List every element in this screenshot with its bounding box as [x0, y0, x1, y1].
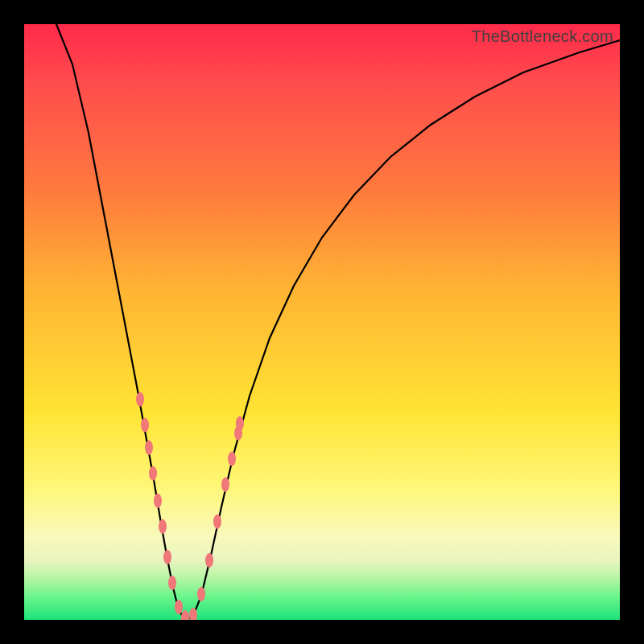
marker-point — [159, 519, 167, 534]
bottleneck-curve — [56, 24, 620, 620]
marker-point — [221, 477, 229, 492]
marker-point — [163, 550, 171, 564]
marker-point — [213, 514, 221, 529]
marker-point — [136, 392, 144, 407]
marker-point — [145, 440, 153, 455]
marker-point — [175, 600, 183, 614]
marker-point — [181, 610, 189, 620]
marker-point — [149, 466, 157, 481]
marker-point — [205, 553, 213, 568]
marker-point — [168, 576, 176, 590]
curve-layer — [24, 24, 620, 620]
plot-frame: TheBottleneck.com — [24, 24, 620, 620]
marker-point — [141, 418, 149, 432]
marker-point — [154, 493, 162, 508]
marker-point — [197, 587, 205, 601]
marker-cluster — [136, 392, 244, 620]
attribution-label: TheBottleneck.com — [472, 27, 613, 46]
marker-point — [228, 452, 236, 466]
marker-point — [236, 416, 244, 431]
